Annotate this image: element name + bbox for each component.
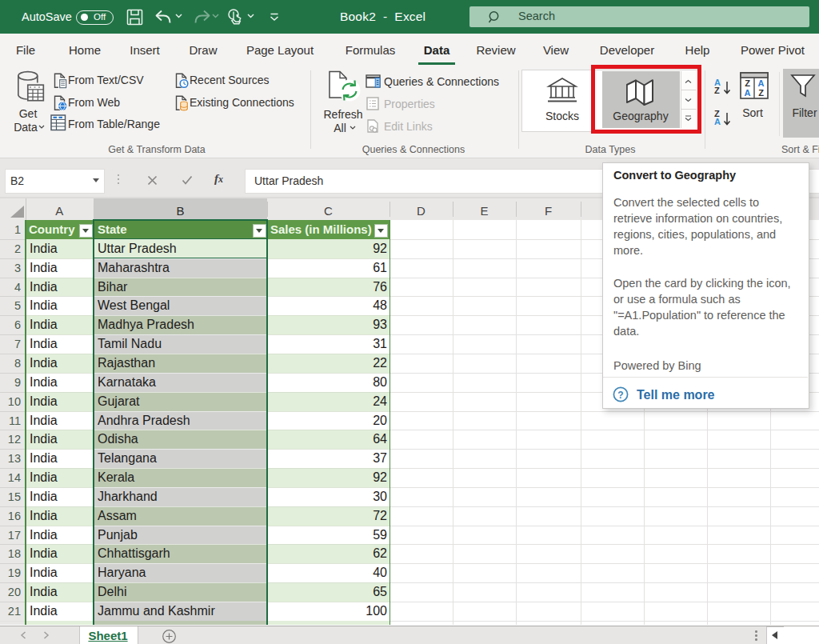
svg-text:Z: Z: [745, 78, 750, 88]
svg-text:Z: Z: [758, 88, 764, 98]
svg-text:A: A: [758, 78, 765, 88]
svg-text:?: ?: [617, 390, 623, 401]
svg-text:A: A: [745, 88, 751, 98]
